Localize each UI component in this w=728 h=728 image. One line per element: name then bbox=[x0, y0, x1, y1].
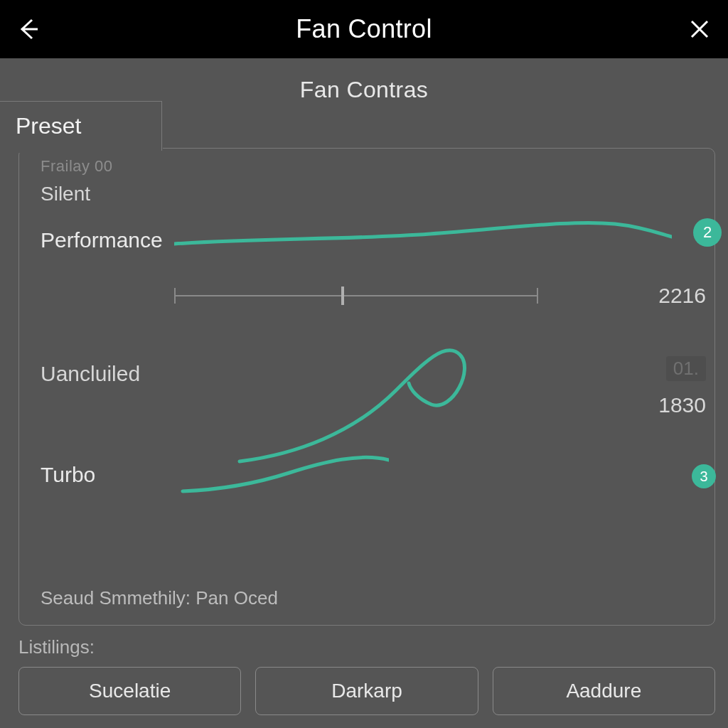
turbo-badge: 3 bbox=[692, 464, 716, 488]
preset-tab-label: Preset bbox=[16, 113, 81, 139]
close-icon bbox=[689, 18, 710, 40]
performance-label: Performance bbox=[41, 228, 190, 252]
action-buttons-row: Sucelatie Darkarp Aaddure bbox=[18, 667, 715, 715]
sucelatie-button[interactable]: Sucelatie bbox=[18, 667, 241, 715]
turbo-curve-icon bbox=[176, 447, 389, 497]
aaddure-button-label: Aaddure bbox=[566, 680, 641, 702]
preset-option-performance[interactable]: Performance bbox=[41, 223, 693, 258]
back-arrow-icon bbox=[16, 17, 41, 41]
partial-top-label: Frailay 00 bbox=[41, 157, 113, 176]
close-button[interactable] bbox=[684, 14, 715, 45]
darkarp-button-label: Darkarp bbox=[331, 680, 402, 702]
sucelatie-button-label: Sucelatie bbox=[89, 680, 171, 702]
slider-track bbox=[174, 295, 537, 296]
header-bar: Fan Control bbox=[0, 0, 728, 58]
panel-footer-text: Seaud Smmethily: Pan Oced bbox=[41, 587, 278, 609]
slider-value-readout: 2216 bbox=[658, 284, 706, 308]
fan-speed-slider[interactable] bbox=[174, 285, 537, 306]
dimmed-value: 01. bbox=[666, 356, 706, 381]
settings-panel: Frailay 00 Silent Performance 2 2216 Uan… bbox=[18, 148, 715, 626]
body-area: Fan Contras Preset Frailay 00 Silent Per… bbox=[0, 58, 728, 728]
mid-curve-icon bbox=[232, 333, 531, 469]
slider-tick-end bbox=[537, 288, 538, 304]
slider-tick-start bbox=[174, 288, 176, 304]
slider-thumb[interactable] bbox=[341, 287, 344, 305]
performance-badge: 2 bbox=[693, 218, 722, 247]
value-1830: 1830 bbox=[658, 393, 706, 417]
page-subtitle: Fan Contras bbox=[0, 77, 728, 103]
preset-option-silent[interactable]: Silent bbox=[41, 183, 90, 205]
preset-option-uancluiled[interactable]: Uancluiled bbox=[41, 362, 140, 386]
listings-label: Listilings: bbox=[18, 636, 95, 658]
back-button[interactable] bbox=[13, 14, 44, 45]
header-title: Fan Control bbox=[296, 14, 432, 44]
aaddure-button[interactable]: Aaddure bbox=[493, 667, 715, 715]
preset-option-turbo[interactable]: Turbo bbox=[41, 463, 95, 487]
preset-tab[interactable]: Preset bbox=[0, 101, 162, 151]
darkarp-button[interactable]: Darkarp bbox=[255, 667, 478, 715]
